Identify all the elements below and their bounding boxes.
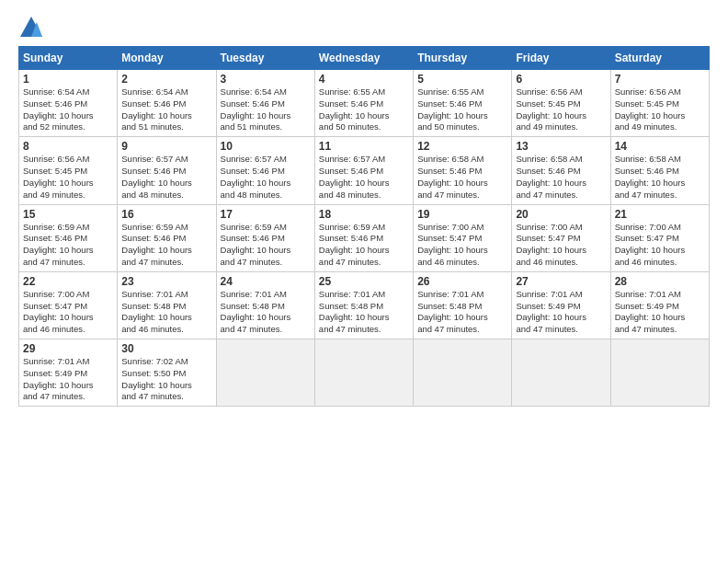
calendar-cell-week3-day2: 24Sunrise: 7:01 AMSunset: 5:48 PMDayligh… <box>216 271 314 339</box>
day-number: 1 <box>23 73 113 86</box>
weekday-header-friday: Friday <box>512 47 610 70</box>
day-info: Sunrise: 6:55 AMSunset: 5:46 PMDaylight:… <box>319 86 409 133</box>
calendar-cell-week2-day0: 15Sunrise: 6:59 AMSunset: 5:46 PMDayligh… <box>19 204 118 271</box>
day-info: Sunrise: 7:01 AMSunset: 5:49 PMDaylight:… <box>23 356 113 403</box>
day-info: Sunrise: 7:00 AMSunset: 5:47 PMDaylight:… <box>23 289 113 336</box>
weekday-header-thursday: Thursday <box>414 47 512 70</box>
day-number: 18 <box>319 208 409 221</box>
day-number: 12 <box>417 140 507 153</box>
day-number: 26 <box>417 275 507 288</box>
calendar-cell-week4-day1: 30Sunrise: 7:02 AMSunset: 5:50 PMDayligh… <box>118 339 216 407</box>
day-info: Sunrise: 7:01 AMSunset: 5:49 PMDaylight:… <box>615 289 705 336</box>
day-info: Sunrise: 7:00 AMSunset: 5:47 PMDaylight:… <box>417 222 507 269</box>
day-info: Sunrise: 7:02 AMSunset: 5:50 PMDaylight:… <box>121 356 211 403</box>
day-info: Sunrise: 6:57 AMSunset: 5:46 PMDaylight:… <box>319 154 409 201</box>
logo-icon <box>18 15 44 40</box>
day-info: Sunrise: 6:56 AMSunset: 5:45 PMDaylight:… <box>516 86 606 133</box>
day-info: Sunrise: 6:58 AMSunset: 5:46 PMDaylight:… <box>516 154 606 201</box>
day-number: 27 <box>516 275 606 288</box>
calendar-cell-week4-day5 <box>512 339 610 407</box>
calendar-cell-week0-day1: 2Sunrise: 6:54 AMSunset: 5:46 PMDaylight… <box>118 70 216 137</box>
calendar-cell-week2-day2: 17Sunrise: 6:59 AMSunset: 5:46 PMDayligh… <box>216 204 314 271</box>
calendar-cell-week0-day2: 3Sunrise: 6:54 AMSunset: 5:46 PMDaylight… <box>216 70 314 137</box>
logo <box>18 15 48 40</box>
day-number: 28 <box>615 275 705 288</box>
calendar-cell-week2-day3: 18Sunrise: 6:59 AMSunset: 5:46 PMDayligh… <box>314 204 413 271</box>
day-number: 19 <box>417 208 507 221</box>
day-number: 13 <box>516 140 606 153</box>
weekday-header-monday: Monday <box>118 47 216 70</box>
calendar-cell-week1-day1: 9Sunrise: 6:57 AMSunset: 5:46 PMDaylight… <box>118 137 216 204</box>
day-number: 29 <box>23 342 113 355</box>
calendar-cell-week1-day4: 12Sunrise: 6:58 AMSunset: 5:46 PMDayligh… <box>414 137 512 204</box>
calendar-cell-week4-day2 <box>216 339 314 407</box>
day-info: Sunrise: 6:59 AMSunset: 5:46 PMDaylight:… <box>319 222 409 269</box>
day-number: 11 <box>319 140 409 153</box>
calendar-cell-week2-day5: 20Sunrise: 7:00 AMSunset: 5:47 PMDayligh… <box>512 204 610 271</box>
day-number: 22 <box>23 275 113 288</box>
calendar-cell-week3-day0: 22Sunrise: 7:00 AMSunset: 5:47 PMDayligh… <box>19 271 118 339</box>
calendar-cell-week4-day4 <box>414 339 512 407</box>
calendar-cell-week0-day4: 5Sunrise: 6:55 AMSunset: 5:46 PMDaylight… <box>414 70 512 137</box>
weekday-header-tuesday: Tuesday <box>216 47 314 70</box>
day-number: 16 <box>121 208 211 221</box>
day-number: 24 <box>221 275 311 288</box>
weekday-header-saturday: Saturday <box>610 47 709 70</box>
calendar-cell-week1-day0: 8Sunrise: 6:56 AMSunset: 5:45 PMDaylight… <box>19 137 118 204</box>
calendar-cell-week0-day5: 6Sunrise: 6:56 AMSunset: 5:45 PMDaylight… <box>512 70 610 137</box>
day-info: Sunrise: 6:55 AMSunset: 5:46 PMDaylight:… <box>417 86 507 133</box>
day-info: Sunrise: 6:59 AMSunset: 5:46 PMDaylight:… <box>121 222 211 269</box>
calendar-cell-week0-day0: 1Sunrise: 6:54 AMSunset: 5:46 PMDaylight… <box>19 70 118 137</box>
day-info: Sunrise: 7:01 AMSunset: 5:49 PMDaylight:… <box>516 289 606 336</box>
calendar-cell-week0-day3: 4Sunrise: 6:55 AMSunset: 5:46 PMDaylight… <box>314 70 413 137</box>
day-info: Sunrise: 6:54 AMSunset: 5:46 PMDaylight:… <box>121 86 211 133</box>
day-info: Sunrise: 7:01 AMSunset: 5:48 PMDaylight:… <box>319 289 409 336</box>
day-info: Sunrise: 6:57 AMSunset: 5:46 PMDaylight:… <box>221 154 311 201</box>
day-number: 7 <box>615 73 705 86</box>
day-info: Sunrise: 7:00 AMSunset: 5:47 PMDaylight:… <box>615 222 705 269</box>
day-number: 2 <box>121 73 211 86</box>
day-info: Sunrise: 7:00 AMSunset: 5:47 PMDaylight:… <box>516 222 606 269</box>
day-info: Sunrise: 7:01 AMSunset: 5:48 PMDaylight:… <box>121 289 211 336</box>
day-number: 17 <box>221 208 311 221</box>
calendar-cell-week1-day6: 14Sunrise: 6:58 AMSunset: 5:46 PMDayligh… <box>610 137 709 204</box>
day-number: 15 <box>23 208 113 221</box>
day-number: 9 <box>121 140 211 153</box>
day-number: 25 <box>319 275 409 288</box>
day-number: 6 <box>516 73 606 86</box>
day-number: 20 <box>516 208 606 221</box>
day-info: Sunrise: 6:54 AMSunset: 5:46 PMDaylight:… <box>23 86 113 133</box>
day-number: 30 <box>121 342 211 355</box>
day-number: 14 <box>615 140 705 153</box>
calendar-cell-week2-day4: 19Sunrise: 7:00 AMSunset: 5:47 PMDayligh… <box>414 204 512 271</box>
day-info: Sunrise: 6:57 AMSunset: 5:46 PMDaylight:… <box>121 154 211 201</box>
calendar-cell-week3-day4: 26Sunrise: 7:01 AMSunset: 5:48 PMDayligh… <box>414 271 512 339</box>
day-number: 4 <box>319 73 409 86</box>
day-info: Sunrise: 7:01 AMSunset: 5:48 PMDaylight:… <box>221 289 311 336</box>
day-info: Sunrise: 6:56 AMSunset: 5:45 PMDaylight:… <box>23 154 113 201</box>
day-info: Sunrise: 6:58 AMSunset: 5:46 PMDaylight:… <box>417 154 507 201</box>
calendar-cell-week3-day6: 28Sunrise: 7:01 AMSunset: 5:49 PMDayligh… <box>610 271 709 339</box>
day-info: Sunrise: 6:56 AMSunset: 5:45 PMDaylight:… <box>615 86 705 133</box>
day-number: 3 <box>221 73 311 86</box>
day-number: 8 <box>23 140 113 153</box>
weekday-header-sunday: Sunday <box>19 47 118 70</box>
calendar-cell-week1-day2: 10Sunrise: 6:57 AMSunset: 5:46 PMDayligh… <box>216 137 314 204</box>
day-number: 21 <box>615 208 705 221</box>
calendar-cell-week3-day3: 25Sunrise: 7:01 AMSunset: 5:48 PMDayligh… <box>314 271 413 339</box>
calendar-cell-week4-day3 <box>314 339 413 407</box>
calendar-cell-week2-day6: 21Sunrise: 7:00 AMSunset: 5:47 PMDayligh… <box>610 204 709 271</box>
calendar-cell-week3-day5: 27Sunrise: 7:01 AMSunset: 5:49 PMDayligh… <box>512 271 610 339</box>
weekday-header-wednesday: Wednesday <box>314 47 413 70</box>
day-info: Sunrise: 6:59 AMSunset: 5:46 PMDaylight:… <box>221 222 311 269</box>
calendar: SundayMondayTuesdayWednesdayThursdayFrid… <box>18 46 710 407</box>
day-info: Sunrise: 6:54 AMSunset: 5:46 PMDaylight:… <box>221 86 311 133</box>
calendar-cell-week4-day0: 29Sunrise: 7:01 AMSunset: 5:49 PMDayligh… <box>19 339 118 407</box>
day-number: 10 <box>221 140 311 153</box>
day-info: Sunrise: 6:58 AMSunset: 5:46 PMDaylight:… <box>615 154 705 201</box>
day-number: 23 <box>121 275 211 288</box>
calendar-cell-week0-day6: 7Sunrise: 6:56 AMSunset: 5:45 PMDaylight… <box>610 70 709 137</box>
calendar-cell-week3-day1: 23Sunrise: 7:01 AMSunset: 5:48 PMDayligh… <box>118 271 216 339</box>
day-number: 5 <box>417 73 507 86</box>
calendar-cell-week1-day5: 13Sunrise: 6:58 AMSunset: 5:46 PMDayligh… <box>512 137 610 204</box>
